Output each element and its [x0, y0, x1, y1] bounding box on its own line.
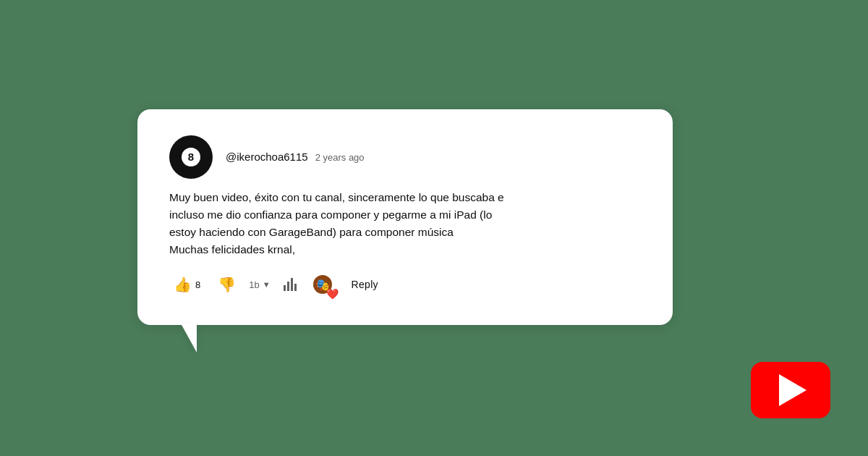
timestamp: 2 years ago [315, 152, 365, 163]
bar-chart-icon [284, 278, 297, 291]
translate-area: 1b ▼ [249, 279, 270, 290]
translate-label: 1b [249, 279, 259, 290]
youtube-logo [751, 362, 830, 418]
scene: 8 @ikerochoa6115 2 years ago Muy buen vi… [0, 0, 868, 456]
heart-icon: ❤️ [326, 289, 339, 299]
like-button[interactable]: 👍 8 [169, 273, 205, 296]
youtube-play-icon [779, 374, 807, 406]
dislike-button[interactable]: 👎 [213, 273, 240, 296]
comment-bubble: 8 @ikerochoa6115 2 years ago Muy buen vi… [137, 109, 673, 325]
stats-button[interactable] [279, 275, 301, 294]
like-count: 8 [195, 279, 200, 290]
comment-header: 8 @ikerochoa6115 2 years ago [169, 135, 641, 179]
comment-actions: 👍 8 👎 1b ▼ [169, 273, 641, 296]
username[interactable]: @ikerochoa6115 [226, 151, 308, 163]
thumbs-up-icon: 👍 [174, 276, 192, 293]
creator-heart: 🎭 ❤️ [311, 273, 334, 296]
chevron-down-icon: ▼ [263, 280, 271, 289]
ball-number: 8 [188, 151, 194, 162]
reply-button[interactable]: Reply [344, 274, 386, 295]
comment-text: Muy buen video, éxito con tu canal, sinc… [169, 189, 641, 258]
avatar: 8 [169, 135, 213, 179]
thumbs-down-icon: 👎 [218, 276, 236, 293]
